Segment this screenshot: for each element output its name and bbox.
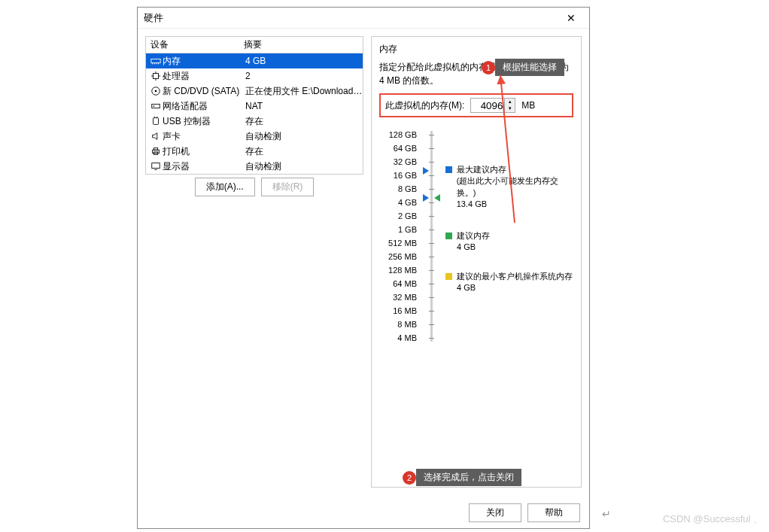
blue-square-icon — [445, 166, 452, 173]
disc-icon — [149, 86, 163, 96]
scale-tick — [429, 135, 434, 135]
scale-labels: 128 GB64 GB32 GB16 GB8 GB4 GB2 GB1 GB512… — [379, 128, 417, 345]
scale-tick — [429, 324, 434, 325]
annotation-2: 2 选择完成后，点击关闭 — [403, 469, 521, 486]
scale-label: 32 GB — [379, 155, 417, 169]
scale-label: 64 GB — [379, 141, 417, 155]
device-summary: 存在 — [245, 145, 363, 158]
green-square-icon — [445, 233, 452, 239]
scale-tick — [429, 162, 434, 163]
scale-label: 128 GB — [379, 128, 417, 141]
left-column: 设备 摘要 内存4 GB处理器2新 CD/DVD (SATA)正在使用文件 E:… — [145, 36, 363, 488]
svg-line-22 — [500, 75, 515, 223]
svg-rect-20 — [152, 163, 160, 169]
scale-track[interactable] — [424, 128, 438, 345]
table-row[interactable]: 内存4 GB — [146, 53, 363, 68]
device-name: 显示器 — [163, 160, 245, 173]
table-row[interactable]: USB 控制器存在 — [146, 114, 363, 129]
svg-rect-0 — [151, 59, 160, 62]
dialog-footer: 关闭 帮助 — [469, 503, 580, 522]
printer-icon — [149, 146, 163, 157]
scale-tick — [429, 297, 434, 298]
annotation-arrow-icon — [488, 72, 518, 230]
rec-marker-icon — [434, 194, 440, 202]
device-name: 新 CD/DVD (SATA) — [163, 85, 245, 98]
device-name: 声卡 — [163, 130, 245, 143]
scale-label: 2 GB — [379, 209, 417, 223]
scale-label: 128 MB — [379, 263, 417, 277]
min-rec-title: 建议的最小客户机操作系统内存 — [457, 271, 573, 282]
cpu-icon — [149, 71, 163, 81]
scale-label: 1 GB — [379, 223, 417, 236]
device-buttons: 添加(A)... 移除(R) — [145, 175, 363, 199]
max-marker-icon — [423, 167, 429, 175]
device-name: 内存 — [163, 55, 245, 68]
memory-unit: MB — [521, 100, 535, 111]
yellow-square-icon — [445, 273, 452, 280]
table-row[interactable]: 显示器自动检测 — [146, 159, 363, 174]
svg-rect-18 — [153, 148, 157, 150]
display-icon — [149, 161, 163, 172]
scale-tick — [429, 189, 434, 190]
scale-tick — [429, 216, 434, 217]
dialog-title: 硬件 — [144, 11, 559, 25]
rec-title: 建议内存 — [457, 230, 490, 242]
add-button[interactable]: 添加(A)... — [195, 178, 255, 196]
table-row[interactable]: 声卡自动检测 — [146, 129, 363, 144]
memory-input-row: 此虚拟机的内存(M): ▲▼ MB — [379, 93, 573, 117]
min-rec-info: 建议的最小客户机操作系统内存 4 GB — [445, 271, 573, 294]
scale-label: 64 MB — [379, 277, 417, 290]
scale-label: 256 MB — [379, 250, 417, 263]
scale-tick — [429, 243, 434, 244]
annotation-2-text: 选择完成后，点击关闭 — [416, 469, 521, 486]
header-summary: 摘要 — [244, 38, 363, 51]
device-name: 打印机 — [163, 145, 245, 158]
svg-point-11 — [155, 90, 157, 93]
scale-tick — [429, 338, 434, 339]
device-list: 内存4 GB处理器2新 CD/DVD (SATA)正在使用文件 E:\Downl… — [146, 53, 363, 174]
device-panel: 设备 摘要 内存4 GB处理器2新 CD/DVD (SATA)正在使用文件 E:… — [145, 36, 363, 175]
device-summary: 自动检测 — [245, 130, 363, 143]
annotation-2-badge: 2 — [403, 471, 416, 485]
scale-label: 512 MB — [379, 236, 417, 250]
table-row[interactable]: 处理器2 — [146, 68, 363, 84]
remove-button[interactable]: 移除(R) — [261, 178, 315, 196]
scale-label: 16 GB — [379, 169, 417, 182]
current-marker-icon[interactable] — [423, 194, 429, 202]
svg-rect-12 — [152, 104, 160, 108]
device-name: 网络适配器 — [163, 100, 245, 113]
help-button[interactable]: 帮助 — [527, 503, 580, 522]
header-device: 设备 — [146, 38, 244, 51]
svg-rect-14 — [153, 118, 159, 125]
scale-label: 8 GB — [379, 182, 417, 196]
device-table-header: 设备 摘要 — [146, 37, 363, 53]
scale-label: 8 MB — [379, 318, 417, 331]
device-name: 处理器 — [163, 70, 245, 83]
network-icon — [149, 101, 163, 111]
device-summary: 4 GB — [245, 56, 363, 66]
sound-icon — [149, 131, 163, 141]
rec-info: 建议内存 4 GB — [445, 230, 490, 254]
scale-tick — [429, 284, 434, 284]
table-row[interactable]: 打印机存在 — [146, 144, 363, 159]
track-line — [430, 131, 433, 342]
table-row[interactable]: 网络适配器NAT — [146, 99, 363, 114]
scale-label: 32 MB — [379, 290, 417, 304]
paragraph-mark-icon: ↵ — [602, 508, 611, 520]
scale-tick — [429, 202, 434, 203]
memory-icon — [149, 56, 163, 66]
close-icon[interactable]: ✕ — [559, 12, 583, 24]
scale-label: 4 GB — [379, 196, 417, 209]
scale-tick — [429, 175, 434, 176]
min-rec-value: 4 GB — [457, 282, 573, 293]
hardware-dialog: 硬件 ✕ 设备 摘要 内存4 GB处理器2新 CD/DVD (SATA)正在使用… — [137, 7, 590, 529]
titlebar: 硬件 ✕ — [138, 8, 589, 29]
close-button[interactable]: 关闭 — [469, 503, 521, 522]
svg-point-13 — [153, 105, 155, 107]
table-row[interactable]: 新 CD/DVD (SATA)正在使用文件 E:\Download\... — [146, 84, 363, 99]
scale-tick — [429, 257, 434, 257]
scale-tick — [429, 230, 434, 230]
device-summary: 自动检测 — [245, 160, 363, 173]
device-summary: 2 — [245, 71, 363, 81]
rec-value: 4 GB — [457, 242, 490, 253]
